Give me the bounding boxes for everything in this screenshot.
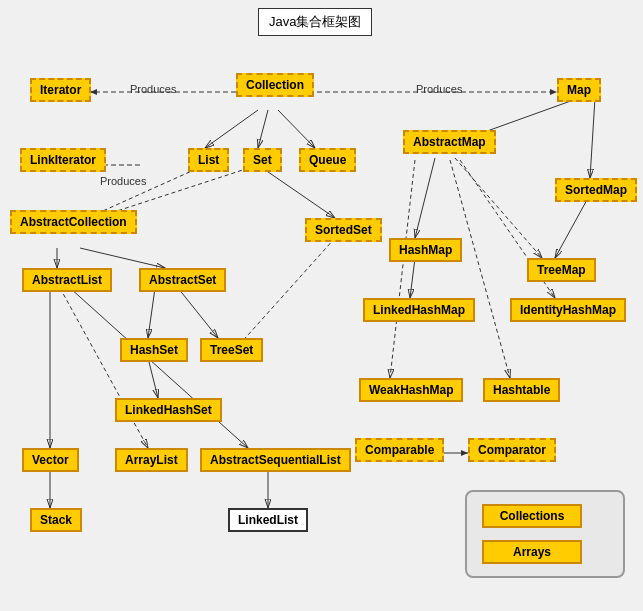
- node-vector: Vector: [22, 448, 79, 472]
- node-abstractmap: AbstractMap: [403, 130, 496, 154]
- svg-line-14: [148, 358, 158, 398]
- node-abstractset: AbstractSet: [139, 268, 226, 292]
- legend-box: Collections Arrays: [465, 490, 625, 578]
- node-arrays: Arrays: [482, 540, 582, 564]
- produces-label-3: Produces: [100, 175, 146, 187]
- svg-line-11: [148, 288, 155, 338]
- node-map: Map: [557, 78, 601, 102]
- svg-line-9: [80, 248, 165, 268]
- title-text: Java集合框架图: [269, 14, 361, 29]
- node-sortedmap: SortedMap: [555, 178, 637, 202]
- svg-line-3: [258, 110, 268, 148]
- svg-line-10: [258, 165, 335, 218]
- node-comparator: Comparator: [468, 438, 556, 462]
- svg-line-4: [278, 110, 315, 148]
- svg-line-28: [450, 160, 510, 378]
- svg-line-23: [410, 258, 415, 298]
- node-identityhashmap: IdentityHashMap: [510, 298, 626, 322]
- svg-line-2: [205, 110, 258, 148]
- node-hashtable: Hashtable: [483, 378, 560, 402]
- diagram-container: Java集合框架图 Produces Produces Produces Ite…: [0, 0, 643, 611]
- node-collection: Collection: [236, 73, 314, 97]
- node-queue: Queue: [299, 148, 356, 172]
- node-iterator: Iterator: [30, 78, 91, 102]
- svg-line-12: [178, 288, 218, 338]
- node-hashset: HashSet: [120, 338, 188, 362]
- node-abstractlist: AbstractList: [22, 268, 112, 292]
- node-linkedhashmap: LinkedHashMap: [363, 298, 475, 322]
- svg-line-17: [70, 288, 248, 448]
- node-linkedhashset: LinkedHashSet: [115, 398, 222, 422]
- node-linkedlist: LinkedList: [228, 508, 308, 532]
- node-collections: Collections: [482, 504, 582, 528]
- svg-line-25: [455, 158, 542, 258]
- node-weakhashmap: WeakHashMap: [359, 378, 463, 402]
- node-treeset: TreeSet: [200, 338, 263, 362]
- node-stack: Stack: [30, 508, 82, 532]
- node-treemap: TreeMap: [527, 258, 596, 282]
- node-hashmap: HashMap: [389, 238, 462, 262]
- node-arraylist: ArrayList: [115, 448, 188, 472]
- title-box: Java集合框架图: [258, 8, 372, 36]
- svg-line-22: [415, 158, 435, 238]
- node-set: Set: [243, 148, 282, 172]
- svg-line-21: [590, 98, 595, 178]
- node-sortedset: SortedSet: [305, 218, 382, 242]
- svg-line-24: [555, 198, 588, 258]
- node-comparable: Comparable: [355, 438, 444, 462]
- node-abstractcollection: AbstractCollection: [10, 210, 137, 234]
- node-list: List: [188, 148, 229, 172]
- produces-label-2: Produces: [416, 83, 462, 95]
- produces-label-1: Produces: [130, 83, 176, 95]
- svg-line-16: [60, 288, 148, 448]
- svg-line-27: [390, 160, 415, 378]
- node-linkiterator: LinkIterator: [20, 148, 106, 172]
- node-abstractsequentiallist: AbstractSequentialList: [200, 448, 351, 472]
